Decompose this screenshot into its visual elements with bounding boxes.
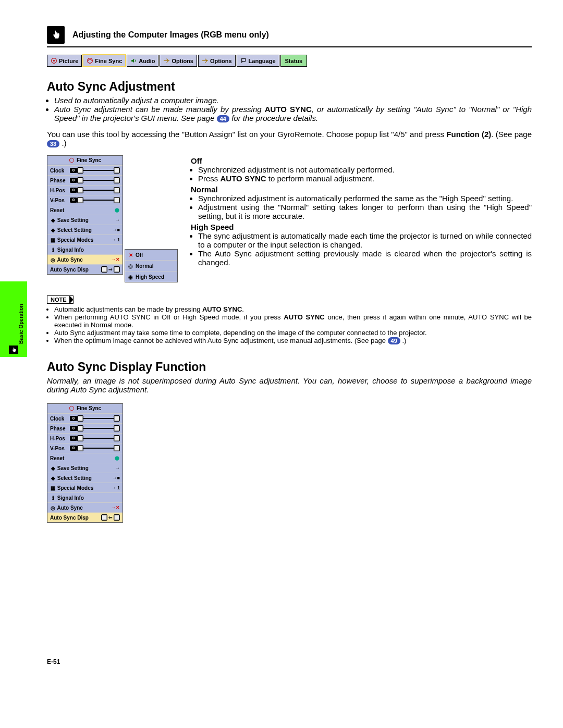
osd-sub-auto-sync[interactable]: ◎ Auto Sync →✕: [47, 254, 123, 264]
slider-knob[interactable]: [77, 177, 83, 183]
osd-sub-auto-sync-disp[interactable]: Auto Sync Disp ⇐: [47, 512, 123, 522]
osd-row-vpos[interactable]: V-Pos 0: [47, 443, 123, 453]
text: .): [400, 337, 407, 344]
osd-fine-sync-menu: Fine Sync Clock 0 Phase 0 H-Pos 0: [47, 155, 123, 275]
text-bold: AUTO SYNC: [221, 174, 266, 183]
text: Synchronized adjustment is automatically…: [198, 194, 513, 203]
tab-fine-sync[interactable]: Fine Sync: [83, 55, 126, 67]
section-title-auto-sync: Auto Sync Adjustment: [47, 80, 532, 94]
popup-label: High Speed: [136, 274, 164, 280]
tab-options-2[interactable]: Options: [198, 55, 236, 67]
osd-sub-auto-sync[interactable]: ◎ Auto Sync →✕: [47, 502, 123, 512]
section-title-auto-sync-display: Auto Sync Display Function: [47, 360, 532, 374]
osd-row-hpos[interactable]: H-Pos 0: [47, 185, 123, 195]
popup-option-high-speed[interactable]: ◉ High Speed: [125, 272, 177, 282]
tab-options-1[interactable]: Options: [160, 55, 197, 67]
slider-knob[interactable]: [77, 167, 83, 174]
osd-row-vpos[interactable]: V-Pos 0: [47, 195, 123, 205]
text: When the optimum image cannot be achieve…: [54, 337, 388, 344]
arrow-icon: → 1: [111, 237, 120, 242]
arrow-icon: →■: [113, 227, 120, 232]
arrow-icon: →✕: [111, 257, 120, 262]
page-ref: 33: [47, 140, 59, 147]
popup-label: Normal: [136, 263, 153, 269]
page-number: E-51: [47, 658, 532, 665]
modes-icon: ▦: [50, 485, 56, 491]
slider-knob[interactable]: [77, 435, 83, 441]
text: Synchronized adjustment is not automatic…: [198, 165, 395, 174]
text: The Auto Sync adjustment setting previou…: [198, 249, 532, 267]
osd-row-phase[interactable]: Phase 0: [47, 423, 123, 433]
osd-title: Fine Sync: [47, 156, 123, 165]
toggle-icon: [101, 266, 107, 273]
osd-sub-signal[interactable]: ℹ Signal Info: [47, 492, 123, 502]
slider-knob[interactable]: [77, 197, 83, 203]
osd-title-text: Fine Sync: [77, 157, 101, 163]
reset-icon: [114, 455, 120, 461]
osd-label: Special Modes: [57, 237, 93, 243]
slider-knob[interactable]: [77, 445, 83, 451]
osd-label: Clock: [50, 416, 70, 422]
sync-icon: [69, 405, 75, 411]
osd-sub-select[interactable]: ◆ Select Setting →■: [47, 473, 123, 483]
osd-row-reset[interactable]: Reset: [47, 453, 123, 463]
osd-label: V-Pos: [50, 446, 70, 451]
slider-knob[interactable]: [77, 187, 83, 193]
osd-label: Reset: [50, 207, 70, 213]
slider-knob[interactable]: [77, 415, 83, 422]
osd-row-phase[interactable]: Phase 0: [47, 175, 123, 185]
mode-head-high-speed: High Speed: [191, 223, 532, 231]
svg-point-2: [88, 58, 93, 64]
slider-end: [114, 197, 120, 203]
osd-row-reset[interactable]: Reset: [47, 205, 123, 215]
osd-label: Signal Info: [57, 495, 84, 501]
osd-sub-special[interactable]: ▦ Special Modes → 1: [47, 483, 123, 492]
toggle-icon: [101, 514, 107, 521]
arrow-icon: →✕: [111, 505, 120, 510]
osd-sub-save[interactable]: ◆ Save Setting →: [47, 463, 123, 473]
tab-audio[interactable]: Audio: [127, 55, 158, 67]
slider-knob[interactable]: [77, 425, 83, 431]
tab-label: Language: [249, 58, 276, 64]
osd-row-clock[interactable]: Clock 0: [47, 413, 123, 423]
body-text: You can use this tool by accessing the "…: [47, 130, 532, 147]
diamond-icon: ◆: [50, 217, 56, 223]
intro-text: for the procedure details.: [229, 114, 318, 122]
tab-picture[interactable]: Picture: [47, 55, 82, 67]
arrow-icon: →: [115, 217, 120, 223]
popup-label: Off: [136, 252, 143, 258]
text: .: [242, 305, 244, 313]
slider-end: [114, 435, 120, 441]
text: The sync adjustment is automatically mad…: [198, 231, 532, 249]
osd-sub-save[interactable]: ◆ Save Setting →: [47, 215, 123, 225]
popup-option-normal[interactable]: ◎ Normal: [125, 261, 177, 272]
osd-row-clock[interactable]: Clock 0: [47, 165, 123, 175]
osd-label: Save Setting: [57, 217, 89, 223]
options-icon: [163, 57, 170, 64]
sync-icon: ◎: [50, 505, 56, 511]
arrow-icon: → 1: [111, 485, 120, 490]
osd-sub-select[interactable]: ◆ Select Setting →■: [47, 225, 123, 235]
page-header: Adjusting the Computer Images (RGB menu …: [47, 26, 532, 44]
osd-row-hpos[interactable]: H-Pos 0: [47, 433, 123, 443]
osd-sub-auto-sync-disp[interactable]: Auto Sync Disp ⇒: [47, 264, 123, 274]
value-box: 0: [70, 446, 77, 451]
menu-tabs: Picture Fine Sync Audio Options Options: [47, 55, 532, 67]
tab-status[interactable]: Status: [280, 55, 308, 67]
value-box: 0: [70, 416, 77, 421]
osd-sub-signal[interactable]: ℹ Signal Info: [47, 244, 123, 254]
tab-language[interactable]: Language: [237, 55, 279, 67]
osd-label: Auto Sync: [57, 505, 82, 511]
svg-point-1: [53, 60, 55, 61]
arrow-icon: →: [115, 465, 120, 471]
osd-label: H-Pos: [50, 436, 70, 441]
page-ref: 44: [217, 115, 229, 122]
popup-option-off[interactable]: ✕ Off: [125, 250, 177, 261]
auto-sync-popup: ✕ Off ◎ Normal ◉ High Speed: [125, 249, 178, 282]
osd-sub-special[interactable]: ▦ Special Modes → 1: [47, 235, 123, 244]
text: Automatic adjustments can be made by pre…: [54, 305, 202, 313]
arrow-icon: →■: [113, 475, 120, 480]
sync-icon: ◎: [50, 257, 56, 263]
audio-icon: [130, 57, 137, 64]
slider-end: [114, 187, 120, 193]
